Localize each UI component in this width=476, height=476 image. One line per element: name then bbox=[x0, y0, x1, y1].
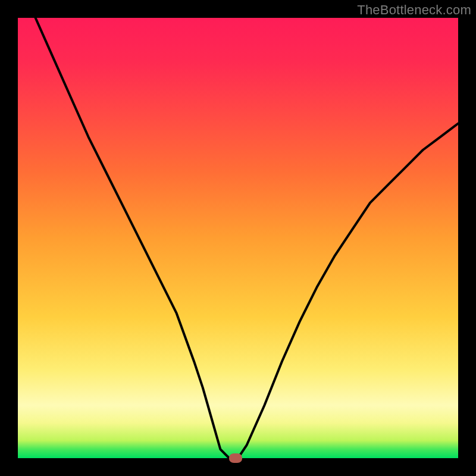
curve-path bbox=[36, 18, 458, 458]
minimum-marker bbox=[229, 453, 242, 463]
chart-frame: TheBottleneck.com bbox=[0, 0, 476, 476]
plot-area bbox=[18, 18, 458, 458]
watermark-text: TheBottleneck.com bbox=[357, 2, 471, 18]
curve-svg bbox=[18, 18, 458, 458]
